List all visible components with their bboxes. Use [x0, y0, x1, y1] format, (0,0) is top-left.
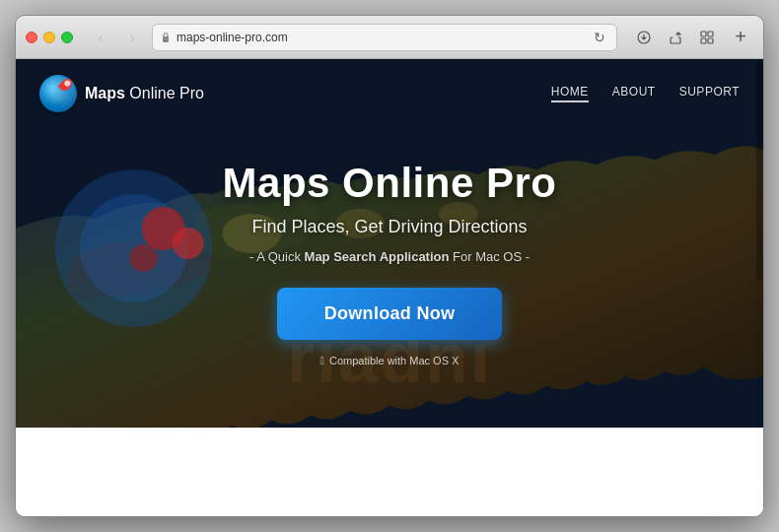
forward-button[interactable]: ›	[120, 26, 144, 49]
address-bar-container: ↻	[152, 24, 617, 51]
maximize-button[interactable]	[61, 32, 73, 43]
nav-link-support[interactable]: SUPPORT	[679, 85, 740, 102]
new-tab-button[interactable]: +	[728, 25, 753, 50]
svg-rect-0	[163, 36, 169, 42]
minimize-button[interactable]	[43, 32, 55, 43]
download-button[interactable]: Download Now	[277, 288, 503, 340]
hero-subtitle: Find Places, Get Driving Directions	[251, 217, 527, 237]
site-logo: Maps Online Pro	[39, 75, 204, 112]
svg-rect-4	[701, 38, 706, 43]
traffic-lights	[26, 32, 73, 43]
close-button[interactable]	[26, 32, 37, 43]
logo-text: Maps Online Pro	[85, 85, 204, 102]
apple-icon: 	[320, 354, 324, 367]
toolbar-icons	[631, 25, 720, 50]
url-input[interactable]	[177, 31, 585, 44]
logo-pin	[58, 77, 75, 94]
title-bar: ‹ › ↻	[16, 16, 763, 59]
back-button[interactable]: ‹	[89, 26, 112, 49]
download-icon-button[interactable]	[631, 25, 657, 50]
mac-compat:  Compatible with Mac OS X	[320, 354, 460, 367]
reload-button[interactable]: ↻	[591, 29, 608, 46]
tab-overview-button[interactable]	[694, 25, 720, 50]
svg-rect-3	[708, 32, 713, 36]
nav-link-home[interactable]: HOME	[551, 85, 589, 102]
logo-globe	[39, 75, 77, 112]
nav-link-about[interactable]: ABOUT	[612, 85, 656, 102]
bottom-area	[16, 428, 763, 516]
lock-icon	[161, 32, 171, 43]
hero-description: - A Quick Map Search Application For Mac…	[249, 249, 530, 264]
share-icon-button[interactable]	[663, 25, 688, 50]
browser-window: ‹ › ↻	[15, 15, 764, 517]
hero-section: riadni Maps Online Pro HOME ABOUT SUPPOR…	[16, 59, 763, 428]
site-nav: Maps Online Pro HOME ABOUT SUPPORT	[16, 59, 763, 128]
svg-rect-5	[708, 38, 713, 43]
site-nav-links: HOME ABOUT SUPPORT	[551, 85, 740, 102]
svg-rect-2	[701, 32, 706, 36]
web-content: riadni Maps Online Pro HOME ABOUT SUPPOR…	[16, 59, 763, 516]
hero-title: Maps Online Pro	[223, 160, 557, 207]
